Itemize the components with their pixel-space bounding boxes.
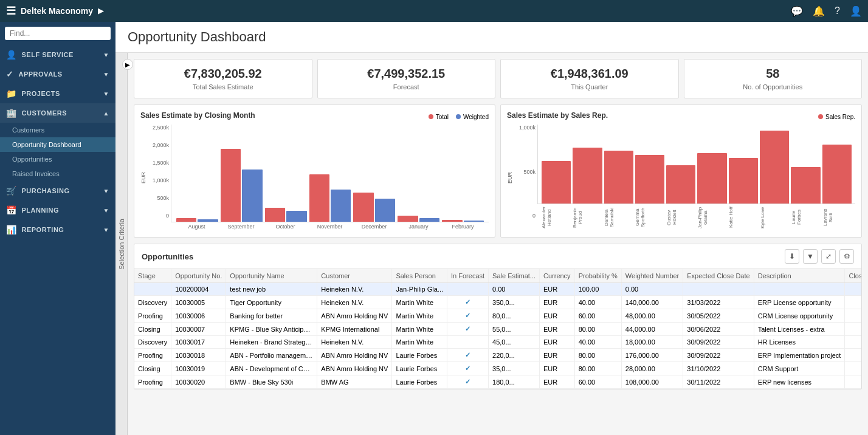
planning-icon: 📅 [6,205,17,215]
selection-criteria-panel: ▶ Selection Criteria [115,53,128,435]
legend-total-label: Total [436,114,449,120]
filter-button[interactable]: ▼ [803,249,818,264]
chart-right-y-label: EUR [507,172,513,183]
table-row[interactable]: Proofing10030018ABN - Portfolio manageme… [134,349,861,362]
kpi-forecast-label: Forecast [328,83,486,91]
chevron-customers-icon: ▲ [103,110,109,117]
sidebar-item-purchasing[interactable]: 🛒 PURCHASING ▼ [0,181,115,200]
sidebar: 👤 SELF SERVICE ▼ ✓ APPROVALS ▼ 📁 PROJECT… [0,22,115,435]
dashboard-content: €7,830,205.92 Total Sales Estimate €7,49… [128,53,868,435]
approvals-icon: ✓ [6,69,14,79]
sidebar-item-customers[interactable]: 🏢 CUSTOMERS ▲ [0,103,115,123]
kpi-total-sales: €7,830,205.92 Total Sales Estimate [134,59,312,98]
breadcrumb-arrow: ▶ [98,7,103,15]
y-label-2: 1,500k [153,160,169,166]
chart-left-title: Sales Estimate by Closing Month [140,111,255,120]
hamburger-menu[interactable]: ☰ [6,4,16,18]
chevron-planning-icon: ▼ [103,207,109,214]
sidebar-item-approvals[interactable]: ✓ APPROVALS ▼ [0,64,115,84]
chat-icon[interactable]: 💬 [791,5,803,17]
kpi-this-quarter: €1,948,361.09 This Quarter [500,59,679,98]
user-icon[interactable]: 👤 [850,5,862,17]
sidebar-label-approvals: APPROVALS [19,70,63,78]
sidebar-subitem-opportunities[interactable]: Opportunities [0,152,115,166]
col-header-probability: Probability % [574,269,621,283]
ry-label-2: 0 [532,213,536,219]
sidebar-label-projects: PROJECTS [22,90,60,97]
table-head: Stage Opportunity No. Opportunity Name C… [134,269,861,283]
y-label-4: 500k [157,195,169,201]
legend-total-dot [429,114,433,119]
bar-group-february [442,220,484,222]
col-header-opp-no: Opportunity No. [171,269,226,283]
table-row[interactable]: Proofing10030020BMW - Blue Sky 530iBMW A… [134,375,861,389]
expand-selection-criteria-button[interactable]: ▶ [122,59,133,70]
sidebar-item-planning[interactable]: 📅 PLANNING ▼ [0,200,115,220]
table-row[interactable]: Discovery10030017Heineken - Brand Strate… [134,336,861,349]
sidebar-subitem-raised-invoices[interactable]: Raised Invoices [0,166,115,181]
bar-total-january [398,216,418,222]
col-header-sale-estimate: Sale Estimat... [489,269,540,283]
sidebar-item-projects[interactable]: 📁 PROJECTS ▼ [0,84,115,103]
x-label-january: January [398,224,439,230]
nav-icons: 💬 🔔 ? 👤 [791,5,862,17]
x-label-rep-benjamin-proud: Benjamin Proud [572,205,601,230]
col-header-currency: Currency [540,269,575,283]
kpi-this-quarter-label: This Quarter [511,83,669,91]
col-header-opp-name: Opportunity Name [226,269,317,283]
x-label-september: September [220,224,262,230]
legend-sales-rep: Sales Rep. [818,114,855,120]
table-actions: ⬇ ▼ ⤢ ⚙ [785,249,854,264]
chevron-purchasing-icon: ▼ [103,188,109,194]
bar-group-august [176,218,218,222]
table-row[interactable]: Closing10030019ABN - Development of CRM … [134,362,861,375]
top-nav: ☰ Deltek Maconomy ▶ 💬 🔔 ? 👤 [0,0,868,22]
table-row[interactable]: Discovery10030005Tiger OpportunityHeinek… [134,296,861,309]
opportunities-data-table: Stage Opportunity No. Opportunity Name C… [134,269,861,389]
sidebar-item-self-service[interactable]: 👤 SELF SERVICE ▼ [0,45,115,64]
kpi-total-sales-label: Total Sales Estimate [144,83,302,91]
page-header: Opportunity Dashboard [115,22,868,53]
bar-rep-laurie-forbes [791,167,820,204]
self-service-icon: 👤 [6,50,17,60]
kpi-num-opp-value: 58 [694,67,852,81]
legend-sales-rep-label: Sales Rep. [825,114,855,120]
expand-button[interactable]: ⤢ [821,249,836,264]
bar-rep-kyle-love [760,131,789,204]
bar-group-october [265,208,307,222]
selection-criteria-label: Selection Criteria [118,219,125,270]
col-header-description: Description [754,269,845,283]
table-row[interactable]: Proofing10030006Banking for betterABN Am… [134,309,861,323]
help-icon[interactable]: ? [835,5,840,16]
bell-icon[interactable]: 🔔 [813,5,825,17]
bar-rep-gustav-höklelt [666,165,695,204]
bar-total-december [353,193,373,222]
bar-total-october [265,208,285,222]
chart-right-legend: Sales Rep. [818,114,855,120]
settings-button[interactable]: ⚙ [839,249,854,264]
table-row[interactable]: 100200004test new jobHeineken N.V.Jan-Ph… [134,283,861,296]
col-header-weighted: Weighted Number [621,269,683,283]
charts-row: Sales Estimate by Closing Month Total We… [134,104,862,238]
sidebar-subitem-opportunity-dashboard[interactable]: Opportunity Dashboard [0,137,115,152]
bar-group-september [221,149,263,222]
content-area: Opportunity Dashboard ▶ Selection Criter… [115,22,868,435]
sidebar-item-reporting[interactable]: 📊 REPORTING ▼ [0,220,115,239]
x-label-rep-jan-philip-glama: Jan-Philip Glama [697,205,726,230]
content-inner: ▶ Selection Criteria €7,830,205.92 Total… [115,53,868,435]
col-header-customer: Customer [317,269,392,283]
chevron-projects-icon: ▼ [103,91,109,97]
chevron-right-icon: ▼ [103,52,109,58]
col-header-sales-person: Sales Person [392,269,447,283]
sidebar-subitem-customers[interactable]: Customers [0,123,115,137]
opportunities-table-section: Opportunities ⬇ ▼ ⤢ ⚙ Stage [134,244,862,389]
search-input[interactable] [5,27,111,40]
bar-weighted-september [242,170,262,222]
sidebar-search-wrapper [0,22,115,45]
col-header-in-forecast: In Forecast [447,269,489,283]
bar-rep-katie-hoff [729,158,758,204]
x-label-november: November [309,224,351,230]
download-button[interactable]: ⬇ [785,249,799,264]
chart-left-legend: Total Weighted [429,114,489,120]
table-row[interactable]: Closing10030007KPMG - Blue Sky Anticipat… [134,323,861,336]
